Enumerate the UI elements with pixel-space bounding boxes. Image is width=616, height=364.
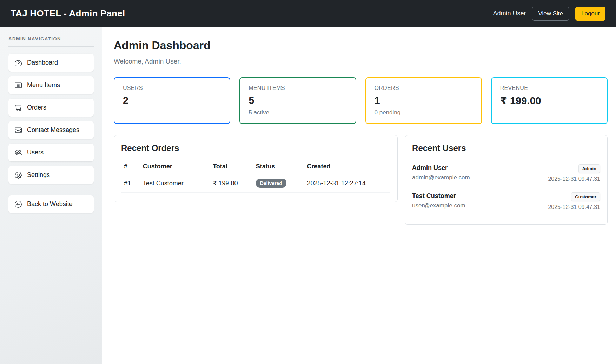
- user-info: Admin User admin@example.com: [412, 164, 470, 181]
- recent-orders-title: Recent Orders: [121, 143, 390, 153]
- status-badge: Delivered: [256, 179, 286, 188]
- speedometer-icon: [15, 59, 22, 66]
- cart-icon: [15, 104, 22, 111]
- role-badge: Customer: [571, 192, 600, 201]
- view-site-button[interactable]: View Site: [532, 7, 569, 21]
- envelope-icon: [15, 127, 22, 134]
- user-name: Admin User: [412, 164, 470, 172]
- sidebar-item-settings[interactable]: Settings: [8, 166, 94, 184]
- back-to-website-link[interactable]: Back to Website: [8, 195, 94, 213]
- gear-icon: [15, 172, 22, 179]
- user-meta: Admin 2025-12-31 09:47:31: [548, 164, 600, 182]
- sidebar-item-label: Dashboard: [27, 59, 58, 66]
- order-created: 2025-12-31 12:27:14: [304, 174, 391, 193]
- sidebar-heading: ADMIN NAVIGATION: [8, 36, 94, 47]
- sidebar-item-label: Menu Items: [27, 81, 60, 89]
- column-header-customer: Customer: [140, 159, 210, 174]
- user-timestamp: 2025-12-31 09:47:31: [548, 204, 600, 210]
- table-row: #1 Test Customer ₹ 199.00 Delivered 2025…: [121, 174, 390, 193]
- card-list-icon: [15, 82, 22, 89]
- sidebar-item-dashboard[interactable]: Dashboard: [8, 54, 94, 72]
- sidebar-item-label: Contact Messages: [27, 126, 79, 134]
- main-content: Admin Dashboard Welcome, Admin User. USE…: [102, 27, 616, 364]
- recent-orders-table: # Customer Total Status Created #1 Test …: [121, 159, 390, 193]
- stat-value: 5: [249, 95, 347, 106]
- column-header-id: #: [121, 159, 140, 174]
- stat-card-revenue: REVENUE ₹ 199.00: [491, 77, 608, 124]
- user-name: Test Customer: [412, 192, 465, 200]
- user-email: user@example.com: [412, 202, 465, 209]
- stat-label: USERS: [123, 85, 221, 91]
- logout-button[interactable]: Logout: [575, 7, 605, 21]
- back-to-website-label: Back to Website: [27, 200, 73, 208]
- sidebar-item-label: Orders: [27, 104, 46, 111]
- topbar-actions: Admin User View Site Logout: [493, 7, 605, 21]
- order-status-cell: Delivered: [253, 174, 304, 193]
- sidebar-item-users[interactable]: Users: [8, 144, 94, 161]
- stat-label: ORDERS: [375, 85, 473, 91]
- topbar-username: Admin User: [493, 10, 526, 17]
- recent-users-panel: Recent Users Admin User admin@example.co…: [405, 135, 608, 225]
- stat-value: 1: [375, 95, 473, 106]
- column-header-status: Status: [253, 159, 304, 174]
- people-icon: [15, 149, 22, 156]
- welcome-text: Welcome, Admin User.: [114, 58, 608, 65]
- recent-orders-panel: Recent Orders # Customer Total Status Cr…: [114, 135, 398, 202]
- panels-row: Recent Orders # Customer Total Status Cr…: [114, 135, 608, 225]
- arrow-left-circle-icon: [15, 201, 22, 208]
- sidebar-item-contact-messages[interactable]: Contact Messages: [8, 121, 94, 139]
- recent-users-title: Recent Users: [412, 143, 600, 153]
- order-total: ₹ 199.00: [210, 174, 253, 193]
- page-title: Admin Dashboard: [114, 39, 608, 52]
- stat-label: REVENUE: [500, 85, 598, 91]
- sidebar-item-label: Users: [27, 149, 44, 156]
- user-meta: Customer 2025-12-31 09:47:31: [548, 192, 600, 210]
- stat-sub: 0 pending: [375, 109, 473, 116]
- user-email: admin@example.com: [412, 174, 470, 181]
- user-timestamp: 2025-12-31 09:47:31: [548, 176, 600, 182]
- layout: ADMIN NAVIGATION Dashboard Menu Items Or…: [0, 27, 616, 364]
- stat-sub: 5 active: [249, 109, 347, 116]
- app-title: TAJ HOTEL - Admin Panel: [11, 8, 125, 19]
- stats-row: USERS 2 MENU ITEMS 5 5 active ORDERS 1 0…: [114, 77, 608, 124]
- order-id: #1: [121, 174, 140, 193]
- stat-card-menu-items: MENU ITEMS 5 5 active: [239, 77, 356, 124]
- stat-value: 2: [123, 95, 221, 106]
- sidebar-item-orders[interactable]: Orders: [8, 99, 94, 117]
- role-badge: Admin: [578, 164, 600, 173]
- stat-card-orders: ORDERS 1 0 pending: [365, 77, 482, 124]
- stat-label: MENU ITEMS: [249, 85, 347, 91]
- sidebar: ADMIN NAVIGATION Dashboard Menu Items Or…: [0, 27, 102, 364]
- stat-value: ₹ 199.00: [500, 95, 598, 107]
- user-info: Test Customer user@example.com: [412, 192, 465, 209]
- column-header-created: Created: [304, 159, 391, 174]
- table-header-row: # Customer Total Status Created: [121, 159, 390, 174]
- topbar: TAJ HOTEL - Admin Panel Admin User View …: [0, 0, 616, 27]
- sidebar-item-label: Settings: [27, 171, 50, 179]
- list-item: Admin User admin@example.com Admin 2025-…: [412, 159, 600, 187]
- column-header-total: Total: [210, 159, 253, 174]
- order-customer: Test Customer: [140, 174, 210, 193]
- list-item: Test Customer user@example.com Customer …: [412, 187, 600, 215]
- stat-card-users: USERS 2: [114, 77, 230, 124]
- sidebar-item-menu-items[interactable]: Menu Items: [8, 76, 94, 94]
